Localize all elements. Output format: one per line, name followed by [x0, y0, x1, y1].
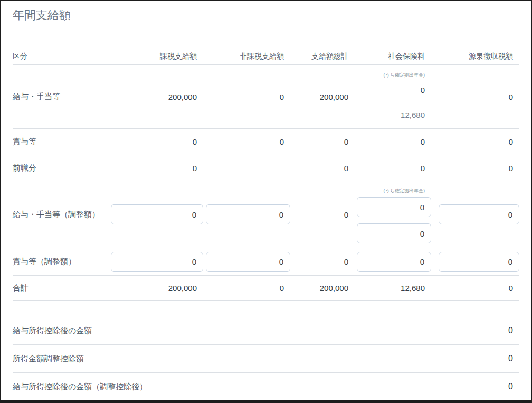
salary-adjustment-withholding-cell: [439, 204, 519, 224]
row-grand-total: 合計 200,000 0 200,000 12,680 0: [13, 276, 519, 301]
page-title: 年間支給額: [13, 7, 519, 23]
bonus-adjustment-nontaxable-input[interactable]: [206, 252, 290, 272]
row-bonus: 賞与等 0 0 0 0 0: [13, 129, 519, 155]
grand-total-taxable-value: 200,000: [111, 284, 203, 293]
row-salary-adjustment: 給与・手当等（調整額） 0 (うち確定拠出年金): [13, 181, 519, 248]
bonus-taxable-value: 0: [111, 137, 203, 146]
dc-pension-note: (うち確定拠出年金): [357, 188, 431, 194]
row-previous-job-label: 前職分: [13, 163, 111, 173]
salary-adjustment-total-value: 0: [290, 210, 348, 219]
salary-adjustment-taxable-input[interactable]: [111, 204, 203, 224]
table-header-row: 区分 課税支給額 非課税支給額 支給額総計 社会保険料 源泉徴収税額: [13, 49, 519, 65]
col-header-nontaxable: 非課税支給額: [206, 52, 290, 61]
grand-total-total-value: 200,000: [290, 284, 348, 293]
salary-adjustment-nontaxable-cell: [206, 204, 290, 224]
bonus-adjustment-social-insurance-cell: [357, 252, 431, 272]
row-previous-job: 前職分 0 0 0 0: [13, 155, 519, 181]
bonus-adjustment-taxable-cell: [111, 252, 203, 272]
col-header-taxable: 課税支給額: [111, 52, 203, 61]
bonus-withholding-value: 0: [439, 137, 519, 146]
previous-job-taxable-value: 0: [111, 164, 203, 173]
bonus-nontaxable-value: 0: [206, 137, 290, 146]
salary-adjustment-social-insurance-cell: (うち確定拠出年金): [357, 181, 431, 248]
salary-adjustment-taxable-cell: [111, 204, 203, 224]
salary-adjustment-nontaxable-input[interactable]: [206, 204, 290, 224]
col-header-category: 区分: [13, 52, 111, 61]
salary-nontaxable-value: 0: [206, 92, 290, 101]
summary-label: 給与所得控除後の金額: [13, 326, 92, 336]
summary-row-income-adjustment-deduction: 所得金額調整控除額 0: [13, 345, 519, 373]
summary-value: 0: [508, 326, 519, 335]
previous-job-withholding-value: 0: [439, 164, 519, 173]
row-bonus-adjustment: 賞与等（調整額） 0: [13, 248, 519, 276]
row-salary-adjustment-label: 給与・手当等（調整額）: [13, 210, 111, 220]
bonus-total-value: 0: [290, 137, 348, 146]
bonus-adjustment-social-insurance-input[interactable]: [357, 252, 431, 272]
col-header-withholding-tax: 源泉徴収税額: [439, 52, 519, 61]
bonus-social-insurance-value: 0: [357, 137, 431, 146]
salary-social-dc-value: 0: [357, 85, 431, 96]
row-bonus-adjustment-label: 賞与等（調整額）: [13, 257, 111, 267]
bonus-adjustment-nontaxable-cell: [206, 252, 290, 272]
row-bonus-label: 賞与等: [13, 137, 111, 147]
previous-job-total-value: 0: [290, 164, 348, 173]
summary-label: 給与所得控除後の金額（調整控除後）: [13, 382, 147, 392]
col-header-total: 支給額総計: [290, 52, 348, 61]
summary-value: 0: [508, 354, 519, 363]
salary-withholding-value: 0: [439, 92, 519, 101]
salary-total-value: 200,000: [290, 92, 348, 101]
summary-value: 0: [508, 382, 519, 391]
grand-total-withholding-value: 0: [439, 284, 519, 293]
salary-social-insurance-cell: (うち確定拠出年金) 0 12,680: [357, 65, 431, 128]
bonus-adjustment-withholding-cell: [439, 252, 519, 272]
bonus-adjustment-total-value: 0: [290, 257, 348, 266]
grand-total-social-insurance-value: 12,680: [357, 284, 431, 293]
bonus-adjustment-taxable-input[interactable]: [111, 252, 203, 272]
row-grand-total-label: 合計: [13, 283, 111, 293]
salary-adjustment-social-dc-input[interactable]: [357, 197, 431, 217]
salary-adjustment-social-insurance-input[interactable]: [357, 223, 431, 243]
deduction-summary-table: 給与所得控除後の金額 0 所得金額調整控除額 0 給与所得控除後の金額（調整控除…: [13, 317, 519, 401]
col-header-social-insurance: 社会保険料: [357, 52, 431, 61]
annual-payment-panel: 年間支給額 区分 課税支給額 非課税支給額 支給額総計 社会保険料 源泉徴収税額…: [1, 1, 531, 401]
dc-pension-note: (うち確定拠出年金): [357, 72, 431, 78]
summary-label: 所得金額調整控除額: [13, 354, 84, 364]
row-salary: 給与・手当等 200,000 0 200,000 (うち確定拠出年金) 0 12…: [13, 65, 519, 129]
salary-taxable-value: 200,000: [111, 92, 203, 101]
grand-total-nontaxable-value: 0: [206, 284, 290, 293]
summary-row-after-deduction: 給与所得控除後の金額 0: [13, 317, 519, 345]
annual-payment-table: 区分 課税支給額 非課税支給額 支給額総計 社会保険料 源泉徴収税額 給与・手当…: [13, 49, 519, 301]
salary-adjustment-withholding-input[interactable]: [439, 204, 519, 224]
summary-row-after-deduction-adjusted: 給与所得控除後の金額（調整控除後） 0: [13, 373, 519, 401]
bonus-adjustment-withholding-input[interactable]: [439, 252, 519, 272]
previous-job-social-insurance-value: 0: [357, 164, 431, 173]
row-salary-label: 給与・手当等: [13, 92, 111, 102]
salary-social-insurance-value: 12,680: [357, 110, 431, 120]
